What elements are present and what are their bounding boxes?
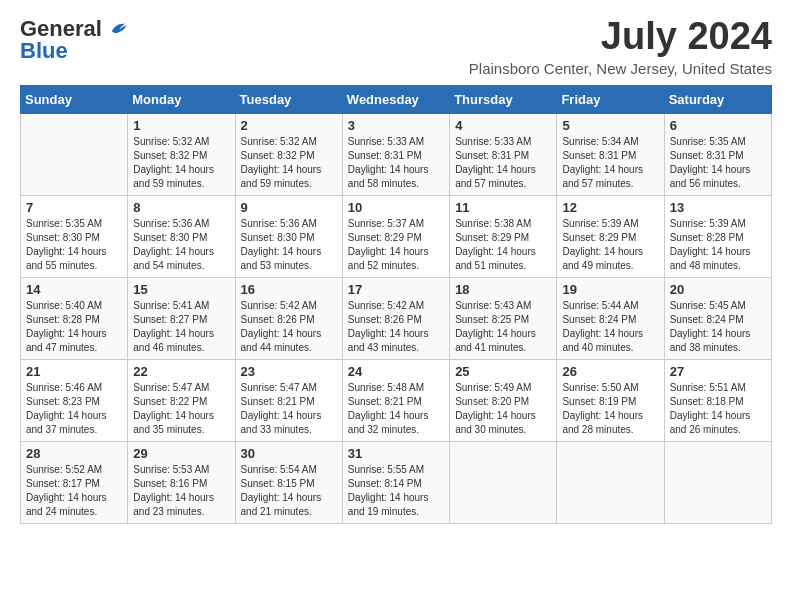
day-number: 20 (670, 282, 766, 297)
day-info: Sunrise: 5:42 AM Sunset: 8:26 PM Dayligh… (241, 299, 337, 355)
day-number: 6 (670, 118, 766, 133)
month-title: July 2024 (469, 16, 772, 58)
calendar-week-row: 14Sunrise: 5:40 AM Sunset: 8:28 PM Dayli… (21, 277, 772, 359)
day-number: 31 (348, 446, 444, 461)
logo-blue-text: Blue (20, 38, 68, 64)
day-number: 5 (562, 118, 658, 133)
day-info: Sunrise: 5:47 AM Sunset: 8:22 PM Dayligh… (133, 381, 229, 437)
calendar-day-cell (664, 441, 771, 523)
day-number: 11 (455, 200, 551, 215)
calendar-day-cell: 8Sunrise: 5:36 AM Sunset: 8:30 PM Daylig… (128, 195, 235, 277)
calendar-week-row: 7Sunrise: 5:35 AM Sunset: 8:30 PM Daylig… (21, 195, 772, 277)
calendar-day-cell: 9Sunrise: 5:36 AM Sunset: 8:30 PM Daylig… (235, 195, 342, 277)
day-number: 27 (670, 364, 766, 379)
day-number: 26 (562, 364, 658, 379)
day-info: Sunrise: 5:40 AM Sunset: 8:28 PM Dayligh… (26, 299, 122, 355)
weekday-header-monday: Monday (128, 85, 235, 113)
day-info: Sunrise: 5:32 AM Sunset: 8:32 PM Dayligh… (133, 135, 229, 191)
calendar-day-cell: 28Sunrise: 5:52 AM Sunset: 8:17 PM Dayli… (21, 441, 128, 523)
day-info: Sunrise: 5:48 AM Sunset: 8:21 PM Dayligh… (348, 381, 444, 437)
weekday-header-tuesday: Tuesday (235, 85, 342, 113)
weekday-header-saturday: Saturday (664, 85, 771, 113)
calendar-body: 1Sunrise: 5:32 AM Sunset: 8:32 PM Daylig… (21, 113, 772, 523)
calendar-day-cell: 16Sunrise: 5:42 AM Sunset: 8:26 PM Dayli… (235, 277, 342, 359)
calendar-day-cell: 26Sunrise: 5:50 AM Sunset: 8:19 PM Dayli… (557, 359, 664, 441)
day-info: Sunrise: 5:35 AM Sunset: 8:31 PM Dayligh… (670, 135, 766, 191)
day-info: Sunrise: 5:33 AM Sunset: 8:31 PM Dayligh… (348, 135, 444, 191)
day-info: Sunrise: 5:52 AM Sunset: 8:17 PM Dayligh… (26, 463, 122, 519)
calendar-day-cell: 7Sunrise: 5:35 AM Sunset: 8:30 PM Daylig… (21, 195, 128, 277)
weekday-header-row: SundayMondayTuesdayWednesdayThursdayFrid… (21, 85, 772, 113)
day-info: Sunrise: 5:34 AM Sunset: 8:31 PM Dayligh… (562, 135, 658, 191)
calendar-day-cell: 10Sunrise: 5:37 AM Sunset: 8:29 PM Dayli… (342, 195, 449, 277)
day-number: 7 (26, 200, 122, 215)
day-number: 19 (562, 282, 658, 297)
day-number: 3 (348, 118, 444, 133)
day-number: 16 (241, 282, 337, 297)
day-number: 28 (26, 446, 122, 461)
day-info: Sunrise: 5:37 AM Sunset: 8:29 PM Dayligh… (348, 217, 444, 273)
day-info: Sunrise: 5:36 AM Sunset: 8:30 PM Dayligh… (241, 217, 337, 273)
day-number: 14 (26, 282, 122, 297)
calendar-day-cell: 23Sunrise: 5:47 AM Sunset: 8:21 PM Dayli… (235, 359, 342, 441)
calendar-day-cell: 27Sunrise: 5:51 AM Sunset: 8:18 PM Dayli… (664, 359, 771, 441)
day-info: Sunrise: 5:46 AM Sunset: 8:23 PM Dayligh… (26, 381, 122, 437)
day-number: 22 (133, 364, 229, 379)
logo: General Blue (20, 16, 128, 64)
day-info: Sunrise: 5:50 AM Sunset: 8:19 PM Dayligh… (562, 381, 658, 437)
day-info: Sunrise: 5:45 AM Sunset: 8:24 PM Dayligh… (670, 299, 766, 355)
day-number: 17 (348, 282, 444, 297)
day-info: Sunrise: 5:54 AM Sunset: 8:15 PM Dayligh… (241, 463, 337, 519)
header: General Blue July 2024 Plainsboro Center… (20, 16, 772, 77)
weekday-header-wednesday: Wednesday (342, 85, 449, 113)
day-number: 1 (133, 118, 229, 133)
day-number: 30 (241, 446, 337, 461)
day-info: Sunrise: 5:49 AM Sunset: 8:20 PM Dayligh… (455, 381, 551, 437)
logo-bird-icon (106, 20, 128, 38)
day-info: Sunrise: 5:33 AM Sunset: 8:31 PM Dayligh… (455, 135, 551, 191)
location-title: Plainsboro Center, New Jersey, United St… (469, 60, 772, 77)
calendar-day-cell: 21Sunrise: 5:46 AM Sunset: 8:23 PM Dayli… (21, 359, 128, 441)
calendar-day-cell: 22Sunrise: 5:47 AM Sunset: 8:22 PM Dayli… (128, 359, 235, 441)
day-info: Sunrise: 5:36 AM Sunset: 8:30 PM Dayligh… (133, 217, 229, 273)
day-number: 9 (241, 200, 337, 215)
weekday-header-thursday: Thursday (450, 85, 557, 113)
title-area: July 2024 Plainsboro Center, New Jersey,… (469, 16, 772, 77)
weekday-header-sunday: Sunday (21, 85, 128, 113)
day-number: 4 (455, 118, 551, 133)
calendar-day-cell: 3Sunrise: 5:33 AM Sunset: 8:31 PM Daylig… (342, 113, 449, 195)
calendar-week-row: 21Sunrise: 5:46 AM Sunset: 8:23 PM Dayli… (21, 359, 772, 441)
day-info: Sunrise: 5:53 AM Sunset: 8:16 PM Dayligh… (133, 463, 229, 519)
calendar-day-cell: 2Sunrise: 5:32 AM Sunset: 8:32 PM Daylig… (235, 113, 342, 195)
calendar-day-cell: 31Sunrise: 5:55 AM Sunset: 8:14 PM Dayli… (342, 441, 449, 523)
day-info: Sunrise: 5:39 AM Sunset: 8:29 PM Dayligh… (562, 217, 658, 273)
calendar-day-cell: 14Sunrise: 5:40 AM Sunset: 8:28 PM Dayli… (21, 277, 128, 359)
day-info: Sunrise: 5:42 AM Sunset: 8:26 PM Dayligh… (348, 299, 444, 355)
calendar-day-cell (557, 441, 664, 523)
calendar-day-cell: 5Sunrise: 5:34 AM Sunset: 8:31 PM Daylig… (557, 113, 664, 195)
day-info: Sunrise: 5:55 AM Sunset: 8:14 PM Dayligh… (348, 463, 444, 519)
day-number: 18 (455, 282, 551, 297)
calendar-day-cell: 25Sunrise: 5:49 AM Sunset: 8:20 PM Dayli… (450, 359, 557, 441)
day-number: 8 (133, 200, 229, 215)
day-info: Sunrise: 5:43 AM Sunset: 8:25 PM Dayligh… (455, 299, 551, 355)
calendar-day-cell: 17Sunrise: 5:42 AM Sunset: 8:26 PM Dayli… (342, 277, 449, 359)
calendar-day-cell: 24Sunrise: 5:48 AM Sunset: 8:21 PM Dayli… (342, 359, 449, 441)
day-number: 2 (241, 118, 337, 133)
day-number: 10 (348, 200, 444, 215)
day-info: Sunrise: 5:51 AM Sunset: 8:18 PM Dayligh… (670, 381, 766, 437)
day-number: 24 (348, 364, 444, 379)
calendar-week-row: 1Sunrise: 5:32 AM Sunset: 8:32 PM Daylig… (21, 113, 772, 195)
calendar-day-cell: 18Sunrise: 5:43 AM Sunset: 8:25 PM Dayli… (450, 277, 557, 359)
calendar-day-cell: 4Sunrise: 5:33 AM Sunset: 8:31 PM Daylig… (450, 113, 557, 195)
day-info: Sunrise: 5:39 AM Sunset: 8:28 PM Dayligh… (670, 217, 766, 273)
calendar-table: SundayMondayTuesdayWednesdayThursdayFrid… (20, 85, 772, 524)
calendar-day-cell: 1Sunrise: 5:32 AM Sunset: 8:32 PM Daylig… (128, 113, 235, 195)
calendar-day-cell: 30Sunrise: 5:54 AM Sunset: 8:15 PM Dayli… (235, 441, 342, 523)
day-info: Sunrise: 5:41 AM Sunset: 8:27 PM Dayligh… (133, 299, 229, 355)
calendar-day-cell: 6Sunrise: 5:35 AM Sunset: 8:31 PM Daylig… (664, 113, 771, 195)
day-number: 15 (133, 282, 229, 297)
weekday-header-friday: Friday (557, 85, 664, 113)
day-info: Sunrise: 5:44 AM Sunset: 8:24 PM Dayligh… (562, 299, 658, 355)
calendar-day-cell: 19Sunrise: 5:44 AM Sunset: 8:24 PM Dayli… (557, 277, 664, 359)
